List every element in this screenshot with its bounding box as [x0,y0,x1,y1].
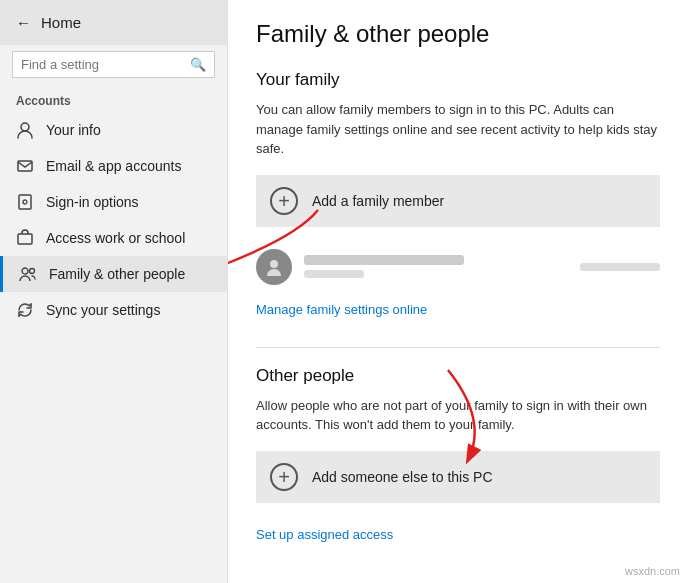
add-family-member-button[interactable]: + Add a family member [256,175,660,227]
svg-rect-4 [18,234,32,244]
search-icon: 🔍 [190,57,206,72]
your-family-heading: Your family [256,70,660,90]
add-family-label: Add a family member [312,193,444,209]
sidebar-item-label-signin: Sign-in options [46,194,139,210]
sidebar: ← Home 🔍 Accounts Your info Email & app … [0,0,228,583]
svg-rect-2 [19,195,31,209]
set-up-assigned-access-link[interactable]: Set up assigned access [256,527,393,542]
member-avatar [256,249,292,285]
your-info-icon [16,121,34,139]
sidebar-item-label-your-info: Your info [46,122,101,138]
member-info [304,255,568,278]
svg-rect-1 [18,161,32,171]
sidebar-item-email-app-accounts[interactable]: Email & app accounts [0,148,227,184]
svg-point-3 [23,200,27,204]
sidebar-home-button[interactable]: ← Home [0,0,227,45]
add-other-label: Add someone else to this PC [312,469,493,485]
member-email-blurred [304,255,464,265]
other-people-heading: Other people [256,366,660,386]
email-icon [16,157,34,175]
member-action-blurred [580,263,660,271]
page-title: Family & other people [256,20,660,48]
sidebar-item-your-info[interactable]: Your info [0,112,227,148]
sidebar-item-label-sync: Sync your settings [46,302,160,318]
svg-point-7 [270,260,278,268]
sidebar-item-family-other-people[interactable]: Family & other people [0,256,227,292]
home-label: Home [41,14,81,31]
add-other-plus-icon: + [270,463,298,491]
watermark: wsxdn.com [625,565,680,577]
sidebar-section-accounts: Accounts [0,88,227,112]
sidebar-item-sync-settings[interactable]: Sync your settings [0,292,227,328]
sidebar-item-sign-in-options[interactable]: Sign-in options [0,184,227,220]
section-divider [256,347,660,348]
sidebar-item-label-work: Access work or school [46,230,185,246]
sidebar-item-label-email: Email & app accounts [46,158,181,174]
add-family-plus-icon: + [270,187,298,215]
add-someone-else-button[interactable]: + Add someone else to this PC [256,451,660,503]
search-input[interactable] [21,57,184,72]
family-member-row [256,241,660,293]
signin-icon [16,193,34,211]
home-icon: ← [16,14,31,31]
member-type-blurred [304,270,364,278]
manage-family-settings-link[interactable]: Manage family settings online [256,302,427,317]
search-box[interactable]: 🔍 [12,51,215,78]
family-icon [19,265,37,283]
svg-point-5 [22,268,28,274]
main-content: Family & other people Your family You ca… [228,0,688,583]
work-icon [16,229,34,247]
svg-point-6 [30,269,35,274]
your-family-description: You can allow family members to sign in … [256,100,660,159]
sync-icon [16,301,34,319]
other-people-description: Allow people who are not part of your fa… [256,396,660,435]
svg-point-0 [21,123,29,131]
sidebar-item-access-work-school[interactable]: Access work or school [0,220,227,256]
sidebar-item-label-family: Family & other people [49,266,185,282]
